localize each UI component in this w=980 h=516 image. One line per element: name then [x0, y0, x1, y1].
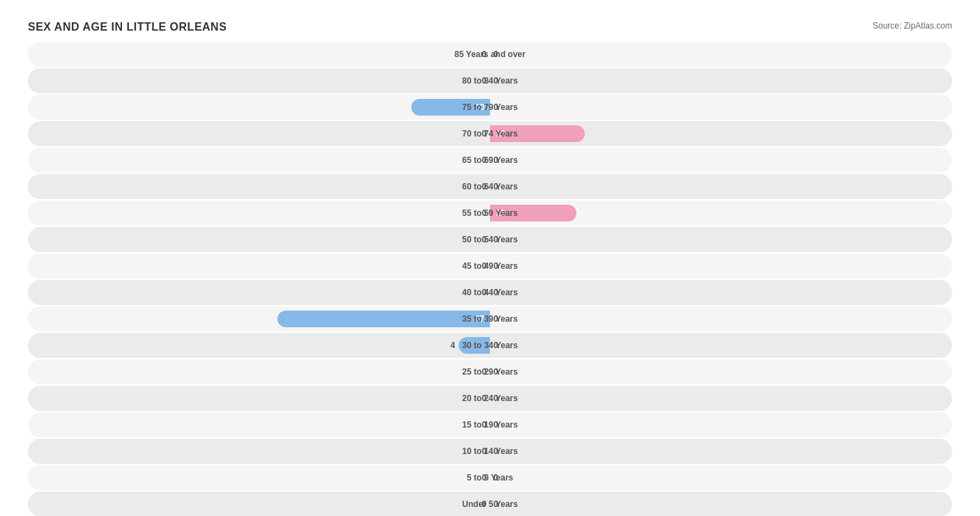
female-zero-label: 0 [493, 261, 498, 271]
left-section: 0 [28, 359, 490, 384]
male-zero-label: 0 [482, 208, 487, 218]
left-section: 0 [28, 412, 490, 437]
male-zero-label: 0 [482, 235, 487, 244]
left-section: 0 [28, 280, 490, 305]
right-section: 0 [490, 412, 952, 437]
bar-row: 0 55 to 59 Years 11 [28, 201, 952, 226]
male-zero-label: 0 [482, 76, 487, 86]
bar-row: 0 20 to 24 Years 0 [28, 386, 952, 411]
male-bar-label-inside: 27 [475, 314, 484, 324]
left-section: 0 [28, 68, 490, 93]
chart-source: Source: ZipAtlas.com [873, 21, 952, 31]
male-zero-label: 0 [482, 393, 487, 403]
right-section: 0 [490, 465, 952, 490]
left-section: 4 [28, 333, 490, 358]
female-zero-label: 0 [493, 473, 498, 483]
male-zero-label: 0 [482, 49, 487, 59]
right-section: 0 [490, 42, 952, 67]
right-section: 0 [490, 174, 952, 199]
bar-row: 4 30 to 34 Years 0 [28, 333, 952, 358]
male-zero-label: 0 [482, 288, 487, 297]
female-bar-label-inside: 12 [496, 129, 505, 139]
male-zero-label: 0 [482, 155, 487, 165]
male-bar: 10 [411, 99, 490, 116]
right-section: 0 [490, 306, 952, 331]
male-zero-label: 0 [482, 446, 487, 456]
bar-row: 0 70 to 74 Years 12 [28, 121, 952, 146]
female-zero-label: 0 [493, 49, 498, 59]
male-zero-label: 0 [482, 473, 487, 483]
left-section: 0 [28, 253, 490, 279]
chart-header: SEX AND AGE IN LITTLE ORLEANS Source: Zi… [28, 21, 952, 33]
right-section: 0 [490, 492, 952, 516]
right-section: 0 [490, 386, 952, 411]
bar-row: 27 35 to 39 Years 0 [28, 306, 952, 331]
male-zero-label: 0 [482, 182, 487, 191]
chart-container: SEX AND AGE IN LITTLE ORLEANS Source: Zi… [14, 14, 966, 516]
male-zero-label: 0 [482, 129, 487, 139]
female-zero-label: 0 [493, 341, 498, 350]
left-section: 0 [28, 121, 490, 146]
female-zero-label: 0 [493, 155, 498, 165]
bar-row: 0 65 to 69 Years 0 [28, 148, 952, 173]
female-zero-label: 0 [493, 76, 498, 86]
bar-row: 0 25 to 29 Years 0 [28, 359, 952, 384]
right-section: 11 [490, 201, 952, 226]
male-bar-label-outside: 4 [450, 341, 455, 350]
female-zero-label: 0 [493, 420, 498, 430]
male-zero-label: 0 [482, 367, 487, 377]
left-section: 0 [28, 174, 490, 199]
right-section: 0 [490, 359, 952, 384]
right-section: 0 [490, 280, 952, 305]
left-section: 0 [28, 42, 490, 67]
bar-row: 10 75 to 79 Years 0 [28, 95, 952, 120]
right-section: 0 [490, 253, 952, 279]
female-zero-label: 0 [493, 499, 498, 509]
bar-row: 0 Under 5 Years 0 [28, 492, 952, 516]
chart-area: 0 85 Years and over 0 0 80 to 84 Years [28, 42, 952, 516]
chart-title: SEX AND AGE IN LITTLE ORLEANS [28, 21, 227, 33]
left-section: 27 [28, 306, 490, 331]
bar-row: 0 10 to 14 Years 0 [28, 439, 952, 464]
left-section: 0 [28, 465, 490, 490]
male-bar: 27 [277, 311, 490, 327]
right-section: 0 [490, 439, 952, 464]
bar-row: 0 85 Years and over 0 [28, 42, 952, 67]
female-zero-label: 0 [493, 288, 498, 297]
right-section: 0 [490, 227, 952, 252]
male-bar: 4 [459, 337, 490, 354]
female-bar: 12 [490, 125, 585, 142]
bar-row: 0 5 to 9 Years 0 [28, 465, 952, 490]
bar-row: 0 60 to 64 Years 0 [28, 174, 952, 199]
bar-row: 0 15 to 19 Years 0 [28, 412, 952, 437]
female-zero-label: 0 [493, 182, 498, 191]
right-section: 0 [490, 95, 952, 120]
left-section: 0 [28, 148, 490, 173]
left-section: 0 [28, 439, 490, 464]
bar-row: 0 50 to 54 Years 0 [28, 227, 952, 252]
left-section: 0 [28, 492, 490, 516]
right-section: 0 [490, 333, 952, 358]
male-zero-label: 0 [482, 261, 487, 271]
left-section: 0 [28, 386, 490, 411]
female-zero-label: 0 [493, 102, 498, 112]
male-bar-label-inside: 10 [475, 102, 484, 112]
male-zero-label: 0 [482, 499, 487, 509]
right-section: 0 [490, 148, 952, 173]
female-zero-label: 0 [493, 367, 498, 377]
bar-row: 0 40 to 44 Years 0 [28, 280, 952, 305]
bar-row: 0 45 to 49 Years 0 [28, 253, 952, 279]
male-zero-label: 0 [482, 420, 487, 430]
female-bar-label-inside: 11 [496, 208, 505, 218]
female-bar: 11 [490, 205, 576, 221]
left-section: 0 [28, 227, 490, 252]
left-section: 0 [28, 201, 490, 226]
female-zero-label: 0 [493, 235, 498, 244]
female-zero-label: 0 [493, 446, 498, 456]
female-zero-label: 0 [493, 314, 498, 324]
right-section: 0 [490, 68, 952, 93]
left-section: 10 [28, 95, 490, 120]
bar-row: 0 80 to 84 Years 0 [28, 68, 952, 93]
female-zero-label: 0 [493, 393, 498, 403]
right-section: 12 [490, 121, 952, 146]
